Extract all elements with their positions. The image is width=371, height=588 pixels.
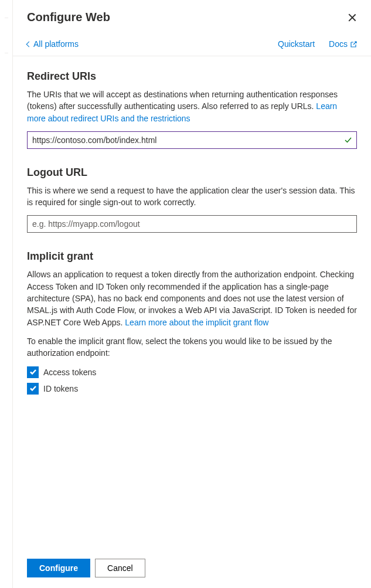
back-link-label: All platforms bbox=[33, 39, 79, 49]
redirect-uris-description: The URIs that we will accept as destinat… bbox=[27, 89, 357, 124]
logout-url-input-wrapper bbox=[27, 215, 357, 233]
panel-header: Configure Web bbox=[13, 0, 371, 35]
background-edge bbox=[0, 0, 13, 588]
implicit-grant-heading: Implicit grant bbox=[27, 250, 357, 263]
cancel-button[interactable]: Cancel bbox=[95, 559, 145, 577]
logout-url-input[interactable] bbox=[27, 215, 357, 233]
logout-url-heading: Logout URL bbox=[27, 166, 357, 179]
configure-button[interactable]: Configure bbox=[27, 559, 90, 577]
implicit-grant-section: Implicit grant Allows an application to … bbox=[27, 250, 357, 394]
redirect-uri-input[interactable] bbox=[27, 131, 357, 149]
redirect-uris-section: Redirect URIs The URIs that we will acce… bbox=[27, 70, 357, 149]
external-link-icon bbox=[350, 40, 357, 47]
access-tokens-label: Access tokens bbox=[43, 368, 96, 377]
valid-check-icon bbox=[344, 136, 352, 144]
logout-url-description: This is where we send a request to have … bbox=[27, 185, 357, 209]
close-icon[interactable] bbox=[348, 13, 357, 22]
implicit-grant-description: Allows an application to request a token… bbox=[27, 268, 357, 328]
panel-topbar: All platforms Quickstart Docs bbox=[13, 35, 371, 56]
access-tokens-checkbox bbox=[27, 366, 39, 378]
panel-content: Redirect URIs The URIs that we will acce… bbox=[13, 56, 371, 549]
docs-label: Docs bbox=[329, 39, 348, 49]
quickstart-label: Quickstart bbox=[278, 39, 315, 49]
id-tokens-label: ID tokens bbox=[43, 384, 78, 393]
access-tokens-checkbox-row[interactable]: Access tokens bbox=[27, 366, 357, 378]
id-tokens-checkbox-row[interactable]: ID tokens bbox=[27, 383, 357, 395]
docs-link[interactable]: Docs bbox=[329, 39, 357, 49]
implicit-enable-text: To enable the implicit grant flow, selec… bbox=[27, 335, 357, 359]
chevron-left-icon bbox=[26, 41, 32, 47]
panel-footer: Configure Cancel bbox=[13, 549, 371, 588]
panel-title: Configure Web bbox=[27, 11, 110, 24]
back-all-platforms-link[interactable]: All platforms bbox=[27, 39, 79, 49]
id-tokens-checkbox bbox=[27, 383, 39, 395]
redirect-uris-heading: Redirect URIs bbox=[27, 70, 357, 83]
logout-url-section: Logout URL This is where we send a reque… bbox=[27, 166, 357, 233]
redirect-uri-input-wrapper bbox=[27, 131, 357, 149]
quickstart-link[interactable]: Quickstart bbox=[278, 39, 315, 49]
top-links: Quickstart Docs bbox=[278, 39, 357, 49]
configure-web-panel: Configure Web All platforms Quickstart D… bbox=[13, 0, 371, 588]
implicit-learn-more-link[interactable]: Learn more about the implicit grant flow bbox=[125, 318, 268, 327]
